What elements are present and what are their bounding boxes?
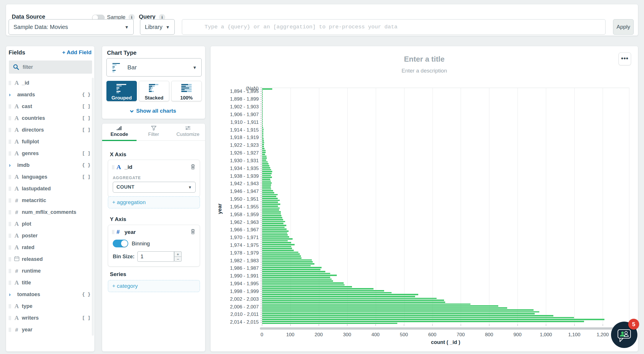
bar[interactable] <box>262 105 263 107</box>
bar[interactable] <box>262 302 445 303</box>
field-filter-input[interactable] <box>23 64 86 70</box>
bar-chart-plot-area[interactable] <box>262 88 629 324</box>
bar[interactable] <box>262 169 271 171</box>
bar[interactable] <box>262 121 263 122</box>
fields-scrollbar[interactable] <box>92 78 94 336</box>
field-item-fullplot[interactable]: Afullplot <box>6 136 94 148</box>
field-item-countries[interactable]: Acountries[ ] <box>6 112 94 124</box>
bar[interactable] <box>262 161 268 163</box>
bar[interactable] <box>262 134 263 136</box>
bar[interactable] <box>262 279 332 280</box>
bar[interactable] <box>262 261 313 263</box>
chevron-right-icon[interactable]: › <box>9 92 14 98</box>
bar[interactable] <box>262 304 470 305</box>
bar[interactable] <box>262 159 266 161</box>
field-item-directors[interactable]: Adirectors[ ] <box>6 124 94 136</box>
tab-customize[interactable]: Customize <box>171 124 205 140</box>
bar[interactable] <box>262 317 574 318</box>
chart-type-select[interactable]: Bar ▼ <box>106 58 202 77</box>
field-item-plot[interactable]: Aplot <box>6 218 94 230</box>
bar[interactable] <box>262 321 584 322</box>
bar[interactable] <box>262 232 287 234</box>
bar[interactable] <box>262 230 289 232</box>
bar[interactable] <box>262 144 264 145</box>
bar[interactable] <box>262 206 278 207</box>
bar[interactable] <box>262 227 285 228</box>
bar[interactable] <box>262 167 270 169</box>
bar[interactable] <box>262 175 271 176</box>
bar[interactable] <box>262 311 539 313</box>
bar[interactable] <box>262 173 272 174</box>
bar[interactable] <box>262 150 266 151</box>
bar[interactable] <box>262 267 322 268</box>
variant-tile-stacked[interactable]: Stacked <box>139 81 169 101</box>
chevron-right-icon[interactable]: › <box>9 162 14 168</box>
field-item-cast[interactable]: Acast[ ] <box>6 101 94 112</box>
field-item-rated[interactable]: Arated <box>6 242 94 253</box>
tab-filter[interactable]: Filter <box>137 124 171 140</box>
bar[interactable] <box>262 204 280 205</box>
bar[interactable] <box>262 92 263 93</box>
bar[interactable] <box>262 98 263 99</box>
bar[interactable] <box>262 265 311 267</box>
field-item-imdb[interactable]: ›imdb{ } <box>6 159 94 171</box>
bar[interactable] <box>262 211 281 213</box>
bar[interactable] <box>262 298 437 299</box>
bar[interactable] <box>262 305 498 307</box>
bar[interactable] <box>262 156 266 157</box>
variant-tile-100[interactable]: 100% <box>171 81 202 101</box>
bar[interactable] <box>262 163 269 165</box>
field-item-num_mflix_comments[interactable]: #num_mflix_comments <box>6 206 94 218</box>
query-mode-select[interactable]: Library ▼ <box>140 19 175 35</box>
bar[interactable] <box>262 154 265 155</box>
apply-button[interactable]: Apply <box>613 19 634 35</box>
bar[interactable] <box>262 94 263 95</box>
bar[interactable] <box>262 157 267 159</box>
add-aggregation-button[interactable]: + aggregation <box>108 196 200 208</box>
drag-handle[interactable] <box>112 165 114 169</box>
bar[interactable] <box>262 246 291 247</box>
bar[interactable] <box>262 244 295 245</box>
aggregate-select[interactable]: COUNT ▼ <box>113 182 196 193</box>
bar[interactable] <box>262 202 278 203</box>
bar[interactable] <box>262 277 330 278</box>
bar[interactable] <box>262 109 263 111</box>
bin-size-input[interactable] <box>137 251 174 262</box>
bar[interactable] <box>262 119 263 120</box>
bar[interactable] <box>262 294 418 295</box>
bar[interactable] <box>262 130 263 132</box>
bar[interactable] <box>262 194 278 195</box>
bar[interactable] <box>262 117 263 119</box>
data-source-select[interactable]: Sample Data: Movies ▼ <box>9 19 134 35</box>
bar[interactable] <box>262 208 280 209</box>
bar[interactable] <box>262 127 263 128</box>
bar[interactable] <box>262 242 291 243</box>
bar[interactable] <box>262 271 325 272</box>
bar[interactable] <box>262 319 604 320</box>
bar[interactable] <box>262 165 269 167</box>
field-item-genres[interactable]: Agenres[ ] <box>6 148 94 159</box>
bar[interactable] <box>262 209 279 211</box>
bar[interactable] <box>262 171 272 172</box>
bar[interactable] <box>262 236 289 238</box>
horizontal-scrollbar[interactable] <box>260 327 632 330</box>
bar[interactable] <box>262 253 300 255</box>
bar[interactable] <box>262 115 263 117</box>
field-item-year[interactable]: #year <box>6 324 94 336</box>
add-field-button[interactable]: + Add Field <box>62 49 92 56</box>
bar[interactable] <box>262 142 264 144</box>
bar[interactable] <box>262 257 301 259</box>
field-item-title[interactable]: Atitle <box>6 277 94 289</box>
field-item-languages[interactable]: Alanguages[ ] <box>6 171 94 183</box>
bar[interactable] <box>262 273 330 274</box>
bar[interactable] <box>262 190 273 191</box>
bar[interactable] <box>262 113 263 115</box>
bar[interactable] <box>262 234 288 236</box>
bar[interactable] <box>262 125 263 126</box>
bar[interactable] <box>262 148 264 149</box>
query-input[interactable] <box>182 19 606 35</box>
bar[interactable] <box>262 192 274 193</box>
bar[interactable] <box>262 104 263 105</box>
bar[interactable] <box>262 286 352 287</box>
bar[interactable] <box>262 215 281 216</box>
